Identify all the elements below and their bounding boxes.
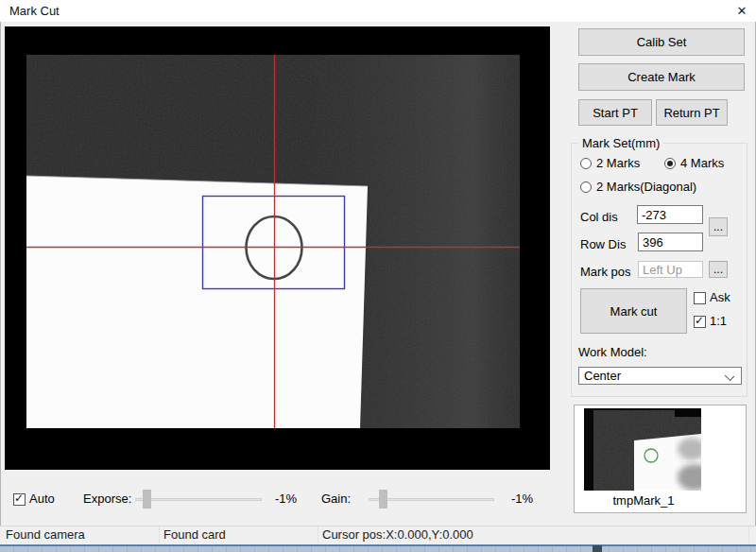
exposure-slider-track[interactable] <box>135 498 262 501</box>
one-to-one-checkbox[interactable]: ✓ <box>694 316 706 328</box>
work-model-value: Center <box>584 369 621 383</box>
paper-corner <box>26 176 368 428</box>
exposure-value: -1% <box>275 492 297 506</box>
mark-set-group-label: Mark Set(mm) <box>578 136 663 150</box>
camera-image <box>26 55 520 428</box>
status-camera: Found camera <box>6 527 85 542</box>
create-mark-button[interactable]: Create Mark <box>578 63 745 91</box>
thumb-top-black-band <box>675 408 701 417</box>
radio-2-marks-diagonal[interactable] <box>580 181 592 193</box>
start-pt-button[interactable]: Start PT <box>578 99 652 126</box>
check-icon: ✓ <box>695 314 704 327</box>
status-separator <box>748 526 749 543</box>
return-pt-button[interactable]: Return PT <box>656 99 728 126</box>
title-bar: Mark Cut ✕ <box>0 0 756 22</box>
exposure-label: Exporse: <box>83 492 131 506</box>
radio-4-marks[interactable] <box>664 158 676 169</box>
status-separator <box>318 526 318 543</box>
gain-label: Gain: <box>321 492 351 506</box>
mark-cut-dialog: Mark Cut ✕ <box>0 0 756 552</box>
browse-mark-pos-button[interactable]: ... <box>709 261 728 278</box>
close-icon[interactable]: ✕ <box>728 0 756 21</box>
status-card: Found card <box>163 527 226 542</box>
calib-set-button[interactable]: Calib Set <box>578 28 745 56</box>
row-dis-label: Row Dis <box>580 237 626 251</box>
thumbnail-image <box>584 408 701 491</box>
gain-value: -1% <box>511 492 533 506</box>
status-separator <box>159 526 160 543</box>
radio-2-marks-label: 2 Marks <box>596 156 640 170</box>
check-icon: ✓ <box>14 492 24 505</box>
ask-checkbox-label: Ask <box>710 290 730 304</box>
auto-checkbox[interactable]: ✓ <box>13 493 26 506</box>
radio-2-marks[interactable] <box>580 158 592 169</box>
auto-checkbox-label: Auto <box>29 492 55 506</box>
exposure-slider-thumb[interactable] <box>143 490 151 509</box>
col-dis-label: Col dis <box>580 210 618 224</box>
window-title: Mark Cut <box>9 4 60 18</box>
taskbar-edge <box>0 544 756 552</box>
chevron-down-icon <box>725 371 734 381</box>
radio-selected-dot <box>667 161 673 166</box>
radio-4-marks-label: 4 Marks <box>680 156 724 170</box>
taskbar-notch <box>593 545 602 552</box>
camera-view[interactable] <box>5 26 550 470</box>
mark-cut-button[interactable]: Mark cut <box>580 288 687 334</box>
row-dis-input[interactable] <box>638 233 703 251</box>
browse-distance-button[interactable]: ... <box>709 217 728 236</box>
mark-pos-input <box>638 261 703 278</box>
one-to-one-checkbox-label: 1:1 <box>710 314 727 328</box>
work-model-select[interactable]: Center <box>578 367 742 385</box>
col-dis-input[interactable] <box>637 205 703 224</box>
mark-pos-label: Mark pos <box>580 265 630 279</box>
status-cursor-position: Cursor pos:X:0.000,Y:0.000 <box>322 527 473 542</box>
work-model-label: Work Model: <box>578 345 647 359</box>
ask-checkbox[interactable] <box>694 292 706 304</box>
gain-slider-thumb[interactable] <box>379 490 387 509</box>
thumbnail-caption: tmpMark_1 <box>574 493 713 508</box>
radio-2-marks-diagonal-label: 2 Marks(Diagonal) <box>596 180 696 194</box>
